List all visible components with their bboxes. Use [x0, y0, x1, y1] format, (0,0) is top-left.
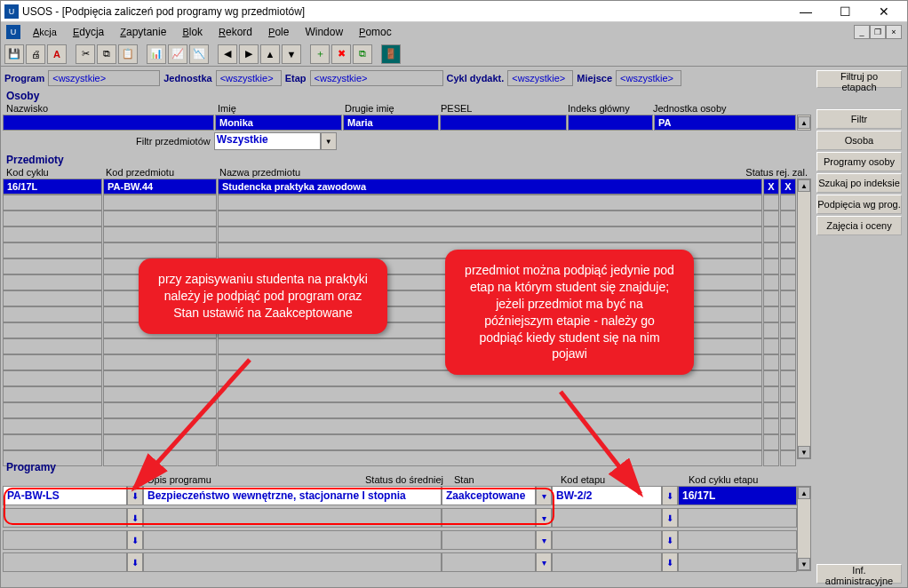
subj-status2[interactable]: X — [780, 179, 796, 195]
minimize-button[interactable]: — — [786, 2, 825, 21]
lov-prog-icon[interactable]: ⬇ — [127, 486, 143, 505]
subj-status1[interactable]: X — [763, 179, 779, 195]
hdr-kod-przedmiotu: Kod przedmiotu — [104, 166, 218, 179]
program-filter[interactable]: <wszystkie> — [48, 70, 160, 86]
hdr-kodcyk: Kod cyklu etapu — [687, 473, 811, 486]
menu-akcja[interactable]: Akcja — [26, 24, 64, 40]
cykl-filter[interactable]: <wszystkie> — [507, 70, 573, 86]
tool-remove-icon[interactable]: ✖ — [331, 44, 351, 64]
lov-etap-icon[interactable]: ⬇ — [662, 486, 678, 505]
mdi-close[interactable]: × — [886, 25, 902, 39]
hdr-nazwisko: Nazwisko — [4, 102, 216, 115]
filtruj-po-etapach-button[interactable]: Filtruj po etapach — [816, 70, 902, 88]
subj-nazwa[interactable]: Studencka praktyka zawodowa — [218, 179, 762, 195]
zajecia-i-oceny-button[interactable]: Zajęcia i oceny — [816, 216, 902, 235]
stan-dropdown-icon[interactable]: ▾ — [536, 486, 552, 505]
prog-kod[interactable]: PA-BW-LS — [3, 486, 127, 505]
menu-window[interactable]: Window — [298, 24, 350, 40]
menu-pole[interactable]: Pole — [261, 24, 296, 40]
subject-row-empty[interactable] — [3, 418, 797, 434]
subj-cykl[interactable]: 16/17L — [3, 179, 102, 195]
subject-row-empty[interactable] — [3, 226, 797, 242]
menu-pomoc[interactable]: Pomoc — [352, 24, 399, 40]
tool-first-icon[interactable]: ◀ — [218, 44, 237, 64]
tool-up-icon[interactable]: ▲ — [260, 44, 280, 64]
scroll-up-icon[interactable]: ▲ — [798, 179, 810, 192]
person-jedn[interactable]: PA — [654, 115, 796, 131]
subject-row-empty[interactable] — [3, 434, 797, 450]
program-row-empty[interactable]: ⬇ ▾ ⬇ — [3, 508, 797, 528]
tool-dup-icon[interactable]: ⧉ — [353, 44, 372, 64]
tool-a-icon[interactable]: A — [47, 44, 67, 64]
subject-scrollbar[interactable]: ▲ ▼ — [797, 179, 811, 459]
mdi-restore[interactable]: ❐ — [870, 25, 886, 39]
hdr-kod-cyklu: Kod cyklu — [4, 166, 104, 179]
filtr-button[interactable]: Filtr — [816, 109, 902, 129]
subject-row-1[interactable]: 16/17L PA-BW.44 Studencka praktyka zawod… — [3, 179, 797, 195]
jednostka-filter[interactable]: <wszystkie> — [216, 70, 282, 86]
tool-paste-icon[interactable]: 📋 — [118, 44, 138, 64]
szukaj-po-indeksie-button[interactable]: Szukaj po indeksie — [816, 173, 902, 193]
scroll-down-icon[interactable]: ▼ — [798, 558, 810, 570]
inf-administracyjne-button[interactable]: Inf. administracyjne — [816, 564, 902, 584]
tool-exit-icon[interactable]: 🚪 — [381, 44, 401, 64]
podpiecia-wg-prog-button[interactable]: Podpięcia wg prog. — [816, 195, 902, 214]
subject-row-empty[interactable] — [3, 386, 797, 402]
hdr-imie: Imię — [216, 102, 343, 115]
callout-left: przy zapisywaniu studenta na praktyki na… — [139, 258, 387, 334]
hdr-drugie: Drugie imię — [343, 102, 439, 115]
subject-row-empty[interactable] — [3, 211, 797, 226]
etap-filter[interactable]: <wszystkie> — [310, 70, 443, 86]
hdr-jedn: Jednostka osoby — [651, 102, 809, 115]
person-pesel[interactable] — [440, 115, 567, 131]
person-nazwisko[interactable] — [3, 115, 214, 131]
tool-copy-icon[interactable]: ⧉ — [97, 44, 116, 64]
tool-add-icon[interactable]: ＋ — [310, 44, 330, 64]
prog-opis[interactable]: Bezpieczeństwo wewnętrzne, stacjonarne I… — [143, 486, 442, 505]
filtr-przedmiotow-combo[interactable]: Wszystkie — [214, 132, 321, 150]
hdr-prog — [3, 473, 145, 486]
scroll-up-icon[interactable]: ▲ — [798, 487, 810, 499]
miejsce-filter[interactable]: <wszystkie> — [616, 70, 681, 86]
subject-row-empty[interactable] — [3, 195, 797, 211]
person-indeks[interactable] — [568, 115, 653, 131]
app-icon: U — [4, 4, 19, 19]
scroll-down-icon[interactable]: ▼ — [798, 446, 810, 458]
program-row-1[interactable]: PA-BW-LS ⬇ Bezpieczeństwo wewnętrzne, st… — [3, 486, 797, 505]
tool-down-icon[interactable]: ▼ — [282, 44, 301, 64]
tool-next-icon[interactable]: ▶ — [239, 44, 259, 64]
menu-zapytanie[interactable]: Zapytanie — [113, 24, 173, 40]
menu-rekord[interactable]: Rekord — [211, 24, 259, 40]
subject-row-empty[interactable] — [3, 402, 797, 418]
tool-save-icon[interactable]: 💾 — [4, 44, 24, 64]
program-row-empty[interactable]: ⬇ ▾ ⬇ — [3, 552, 797, 572]
menu-edycja[interactable]: Edycja — [66, 24, 111, 40]
program-scrollbar[interactable]: ▲ ▼ — [797, 486, 811, 571]
hdr-stan: Stan — [452, 473, 559, 486]
scroll-up-icon[interactable]: ▲ — [798, 116, 810, 129]
tool-print-icon[interactable]: 🖨 — [26, 44, 45, 64]
osoba-button[interactable]: Osoba — [816, 131, 902, 150]
tool-chart1-icon[interactable]: 📊 — [147, 44, 166, 64]
person-scroll[interactable]: ▲ — [797, 115, 811, 131]
osoby-title: Osoby — [3, 88, 811, 102]
maximize-button[interactable]: ☐ — [825, 2, 864, 21]
prog-kodcyk[interactable]: 16/17L — [678, 486, 797, 505]
tool-chart2-icon[interactable]: 📈 — [168, 44, 187, 64]
close-button[interactable]: ✕ — [864, 2, 904, 21]
person-drugie[interactable]: Maria — [343, 115, 439, 131]
mdi-minimize[interactable]: _ — [854, 25, 870, 39]
tool-chart3-icon[interactable]: 📉 — [189, 44, 209, 64]
programy-osoby-button[interactable]: Programy osoby — [816, 152, 902, 171]
prog-stan[interactable]: Zaakceptowane — [442, 486, 536, 505]
menu-blok[interactable]: Blok — [175, 24, 210, 40]
combo-dropdown-icon[interactable]: ▼ — [321, 132, 337, 150]
person-imie[interactable]: Monika — [215, 115, 342, 131]
person-row[interactable]: Monika Maria PA — [3, 115, 797, 131]
prog-kodet[interactable]: BW-2/2 — [552, 486, 662, 505]
filter-row: Program <wszystkie> Jednostka <wszystkie… — [3, 68, 811, 88]
callout-right: przedmiot można podpiąć jedynie pod etap… — [445, 250, 694, 375]
tool-cut-icon[interactable]: ✂ — [76, 44, 95, 64]
program-row-empty[interactable]: ⬇ ▾ ⬇ — [3, 530, 797, 550]
subj-kod[interactable]: PA-BW.44 — [103, 179, 217, 195]
